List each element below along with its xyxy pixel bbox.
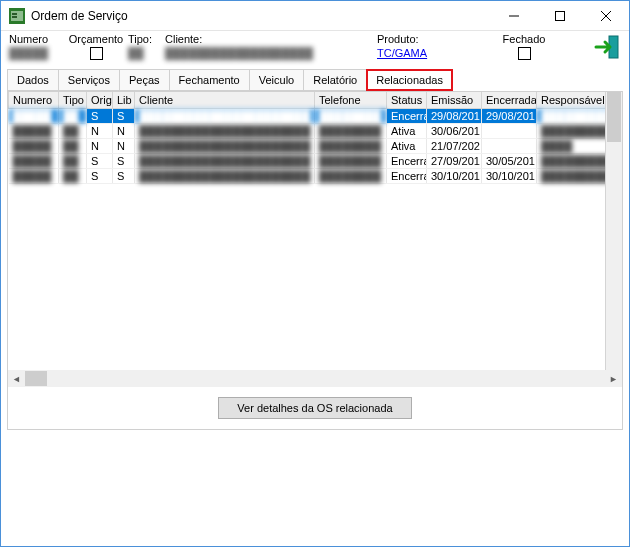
cell-lib: N	[113, 124, 135, 139]
cell-encerrada: 29/08/201	[482, 109, 537, 124]
col-cliente[interactable]: Cliente	[135, 92, 315, 109]
table-row[interactable]: ███████NN██████████████████████████████A…	[9, 124, 606, 139]
maximize-button[interactable]	[537, 1, 583, 31]
tipo-value: ██	[128, 47, 163, 59]
table-row[interactable]: ███████SS██████████████████████████████E…	[9, 169, 606, 184]
col-orig[interactable]: Orig	[87, 92, 113, 109]
cell-telefone: ████████	[315, 169, 387, 184]
cell-responsavel: ██████████	[537, 169, 606, 184]
tab-relacionadas[interactable]: Relacionadas	[366, 69, 453, 91]
cell-lib: N	[113, 139, 135, 154]
vertical-scrollbar[interactable]	[605, 92, 622, 370]
svg-rect-5	[556, 11, 565, 20]
vertical-scroll-thumb[interactable]	[607, 92, 621, 142]
cell-cliente: ██████████████████████	[135, 169, 315, 184]
cell-orig: S	[87, 109, 113, 124]
col-tipo[interactable]: Tipo	[59, 92, 87, 109]
col-responsavel[interactable]: Responsável	[537, 92, 606, 109]
scroll-right-button[interactable]: ►	[605, 370, 622, 387]
cliente-value: ███████████████████	[165, 47, 375, 59]
tipo-label: Tipo:	[128, 33, 163, 45]
table-row[interactable]: ███████NN██████████████████████████████A…	[9, 139, 606, 154]
cell-emissao: 29/08/201	[427, 109, 482, 124]
window-title: Ordem de Serviço	[31, 9, 491, 23]
produto-label: Produto:	[377, 33, 492, 45]
cell-emissao: 30/06/201	[427, 124, 482, 139]
cell-lib: S	[113, 154, 135, 169]
cell-cliente: ██████████████████████	[135, 154, 315, 169]
related-orders-table: Numero Tipo Orig Lib Cliente Telefone St…	[8, 92, 605, 184]
numero-value: █████	[9, 47, 64, 59]
tab-pecas[interactable]: Peças	[119, 69, 170, 91]
cell-telefone: ████████	[315, 124, 387, 139]
cell-cliente: ██████████████████████	[135, 109, 315, 124]
cell-numero: █████	[9, 139, 59, 154]
produto-link[interactable]: TC/GAMA	[377, 47, 492, 59]
cell-orig: N	[87, 139, 113, 154]
cell-orig: S	[87, 154, 113, 169]
numero-label: Numero	[9, 33, 64, 45]
orcamento-label: Orçamento	[69, 33, 123, 45]
cell-status: Encerra	[387, 154, 427, 169]
cell-orig: N	[87, 124, 113, 139]
cliente-label: Cliente:	[165, 33, 375, 45]
tab-content: Numero Tipo Orig Lib Cliente Telefone St…	[7, 91, 623, 430]
cell-status: Encerra	[387, 109, 427, 124]
tab-relatorio[interactable]: Relatório	[303, 69, 367, 91]
table-row[interactable]: ███████SS██████████████████████████████E…	[9, 154, 606, 169]
col-numero[interactable]: Numero	[9, 92, 59, 109]
cell-orig: S	[87, 169, 113, 184]
col-status[interactable]: Status	[387, 92, 427, 109]
tab-servicos[interactable]: Serviços	[58, 69, 120, 91]
col-encerrada[interactable]: Encerrada	[482, 92, 537, 109]
fechado-checkbox[interactable]	[518, 47, 531, 60]
exit-door-icon	[593, 33, 621, 61]
svg-rect-3	[12, 16, 17, 18]
cell-numero: █████	[9, 169, 59, 184]
cell-tipo: ██	[59, 139, 87, 154]
cell-tipo: ██	[59, 169, 87, 184]
horizontal-scroll-thumb[interactable]	[25, 371, 47, 386]
cell-tipo: ██	[59, 154, 87, 169]
cell-tipo: ██	[59, 109, 87, 124]
col-lib[interactable]: Lib	[113, 92, 135, 109]
cell-status: Ativa	[387, 124, 427, 139]
cell-encerrada: 30/10/201	[482, 169, 537, 184]
cell-responsavel: ████	[537, 139, 606, 154]
exit-button[interactable]	[593, 33, 621, 63]
col-emissao[interactable]: Emissão	[427, 92, 482, 109]
cell-telefone: ████████	[315, 154, 387, 169]
header-fields: Numero █████ Orçamento Tipo: ██ Cliente:…	[1, 31, 629, 69]
close-button[interactable]	[583, 1, 629, 31]
app-icon	[9, 8, 25, 24]
tab-fechamento[interactable]: Fechamento	[169, 69, 250, 91]
col-telefone[interactable]: Telefone	[315, 92, 387, 109]
cell-lib: S	[113, 109, 135, 124]
cell-emissao: 27/09/201	[427, 154, 482, 169]
cell-responsavel: ██████████	[537, 154, 606, 169]
scroll-left-button[interactable]: ◄	[8, 370, 25, 387]
titlebar: Ordem de Serviço	[1, 1, 629, 31]
cell-numero: █████	[9, 109, 59, 124]
tab-dados[interactable]: Dados	[7, 69, 59, 91]
cell-responsavel: ██████████	[537, 124, 606, 139]
cell-telefone: ████████	[315, 109, 387, 124]
table-row[interactable]: ███████SS██████████████████████████████E…	[9, 109, 606, 124]
view-details-button[interactable]: Ver detalhes da OS relacionada	[218, 397, 411, 419]
svg-rect-2	[12, 13, 17, 15]
orcamento-checkbox[interactable]	[90, 47, 103, 60]
cell-encerrada: 30/05/201	[482, 154, 537, 169]
minimize-button[interactable]	[491, 1, 537, 31]
horizontal-scrollbar[interactable]: ◄ ►	[8, 370, 622, 387]
tab-veiculo[interactable]: Veiculo	[249, 69, 304, 91]
cell-responsavel: ██████████	[537, 109, 606, 124]
cell-telefone: ████████	[315, 139, 387, 154]
tab-bar: Dados Serviços Peças Fechamento Veiculo …	[1, 69, 629, 91]
cell-status: Encerra	[387, 169, 427, 184]
cell-numero: █████	[9, 154, 59, 169]
cell-encerrada	[482, 124, 537, 139]
cell-emissao: 21/07/202	[427, 139, 482, 154]
cell-lib: S	[113, 169, 135, 184]
cell-status: Ativa	[387, 139, 427, 154]
cell-tipo: ██	[59, 124, 87, 139]
